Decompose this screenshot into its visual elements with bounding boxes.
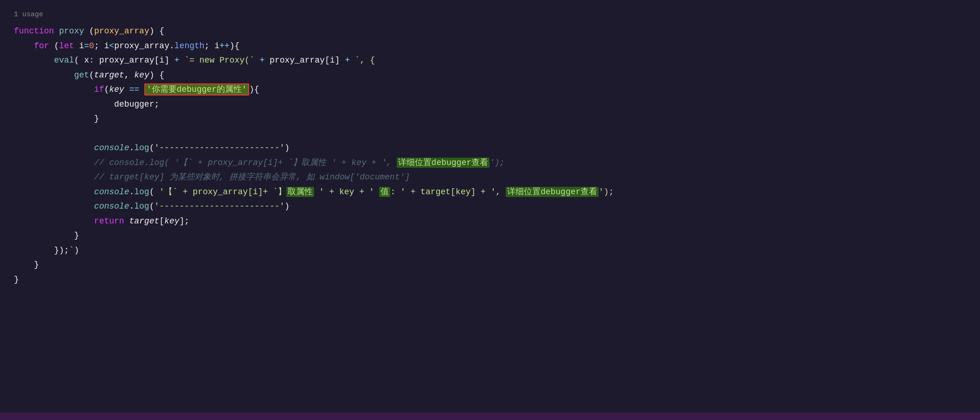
code-line-12: console.log( '【` + proxy_array[i]+ `】取属性… <box>14 185 966 200</box>
code-line-2: for (let i=0; i<proxy_array.length; i++)… <box>14 39 966 54</box>
code-line-8 <box>14 127 966 141</box>
code-line-1: function proxy (proxy_array) { <box>14 24 966 39</box>
code-line-10: // console.log( '【` + proxy_array[i]+ `】… <box>14 156 966 171</box>
code-line-6: debugger; <box>14 97 966 112</box>
editor-container: 1 usage function proxy (proxy_array) { f… <box>0 0 980 420</box>
code-line-18: } <box>14 273 966 287</box>
code-line-16: });`) <box>14 243 966 258</box>
code-line-11: // target[key] 为某些对象时, 拼接字符串会异常, 如 windo… <box>14 170 966 185</box>
code-line-9: console.log('------------------------') <box>14 141 966 156</box>
code-line-3: eval( x: proxy_array[i] + `= new Proxy(`… <box>14 53 966 68</box>
code-line-7: } <box>14 112 966 127</box>
code-line-5: if(key == '你需要debugger的属性'){ <box>14 83 966 97</box>
code-line-13: console.log('------------------------') <box>14 199 966 214</box>
usage-hint: 1 usage <box>14 9 966 20</box>
code-block: function proxy (proxy_array) { for (let … <box>14 24 966 287</box>
code-line-4: get(target, key) { <box>14 68 966 83</box>
bottom-bar <box>0 413 980 420</box>
code-line-17: } <box>14 258 966 273</box>
code-line-15: } <box>14 229 966 243</box>
code-line-14: return target[key]; <box>14 214 966 229</box>
